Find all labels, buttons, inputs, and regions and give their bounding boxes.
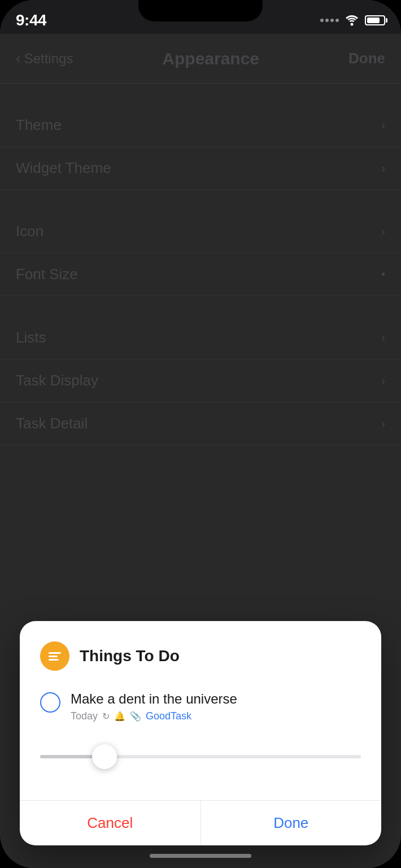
task-app-name: GoodTask — [146, 710, 191, 722]
cancel-button[interactable]: Cancel — [20, 801, 201, 845]
main-content: ‹ Settings Appearance Done Theme › Widge… — [0, 34, 401, 868]
battery-icon — [365, 15, 385, 25]
slider-track — [40, 755, 361, 758]
modal-footer: Cancel Done — [20, 800, 381, 845]
todo-title: Things To Do — [80, 647, 180, 665]
modal-body: Things To Do Make a dent in the universe… — [20, 621, 381, 800]
slider-thumb[interactable] — [92, 744, 117, 769]
wifi-icon — [345, 15, 359, 26]
notch — [138, 0, 263, 21]
task-reminder-icon: 🔔 — [114, 711, 125, 722]
task-item: Make a dent in the universe Today ↻ 🔔 📎 … — [40, 691, 361, 722]
font-size-slider[interactable] — [40, 743, 361, 771]
task-repeat-icon: ↻ — [102, 711, 110, 722]
todo-header: Things To Do — [40, 641, 361, 671]
modal-done-button[interactable]: Done — [201, 801, 382, 845]
home-indicator — [150, 854, 251, 858]
modal-overlay: Things To Do Make a dent in the universe… — [0, 34, 401, 868]
svg-rect-1 — [49, 652, 61, 654]
status-icons — [320, 15, 385, 26]
phone-shell: 9:44 ‹ Settings — [0, 0, 401, 868]
todo-list-icon — [46, 648, 63, 664]
signal-icon — [320, 19, 339, 22]
status-time: 9:44 — [16, 11, 46, 29]
svg-rect-2 — [49, 656, 58, 657]
task-name: Make a dent in the universe — [71, 691, 361, 707]
todo-icon — [40, 641, 69, 671]
svg-point-0 — [351, 23, 354, 26]
task-meta: Today ↻ 🔔 📎 GoodTask — [71, 710, 361, 722]
task-content: Make a dent in the universe Today ↻ 🔔 📎 … — [71, 691, 361, 722]
modal-card: Things To Do Make a dent in the universe… — [20, 621, 381, 845]
svg-rect-3 — [49, 659, 59, 661]
task-attachment-icon: 📎 — [130, 711, 141, 722]
task-date: Today — [71, 710, 98, 722]
task-checkbox[interactable] — [40, 692, 60, 713]
